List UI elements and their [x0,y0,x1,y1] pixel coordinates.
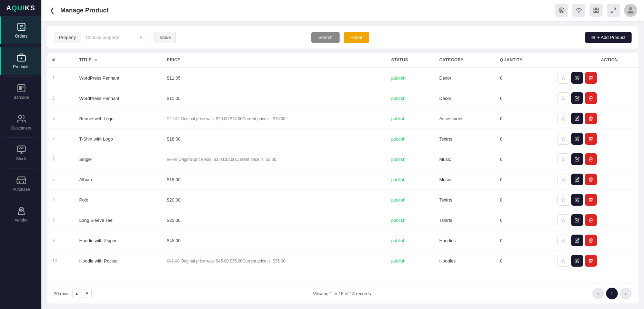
cell-status: publish [386,251,434,271]
page-title: Manage Product [60,7,109,14]
cell-num: 6 [47,169,74,190]
edit-button[interactable] [571,92,583,104]
dropdown-chevron-icon: ▾ [140,35,142,40]
edit-icon [575,136,580,141]
cell-action: ☆ [552,88,638,109]
cell-category: Tshirts [434,129,494,149]
delete-button[interactable] [585,194,597,206]
sidebar-item-orders[interactable]: Orders [0,17,41,44]
delete-button[interactable] [585,235,597,246]
table-body: 1WordPress Pennant$11.05publishDecor0 ☆ [47,68,638,271]
sidebar-item-customers[interactable]: Customers [0,109,41,136]
search-button[interactable]: Search [311,32,339,43]
table-row: 1WordPress Pennant$11.05publishDecor0 ☆ [47,68,638,88]
svg-point-18 [23,182,23,183]
next-page-button[interactable]: › [620,288,632,299]
wifi-icon-button[interactable] [572,4,585,17]
cell-title: Polo [74,190,161,210]
add-icon: ⊞ [591,35,595,40]
sidebar-item-purchase[interactable]: Purchase [0,170,41,197]
star-button[interactable]: ☆ [557,153,569,165]
edit-button[interactable] [571,174,583,185]
delete-button[interactable] [585,153,597,165]
edit-button[interactable] [571,133,583,145]
edit-button[interactable] [571,153,583,165]
sidebar-item-vendor[interactable]: Vendor [0,200,41,228]
cell-price: $20.00 [161,190,386,210]
star-button[interactable]: ☆ [557,133,569,145]
page-1-button[interactable]: 1 [606,288,618,299]
cell-quantity: 0 [494,210,552,230]
star-button[interactable]: ☆ [557,235,569,246]
delete-button[interactable] [585,133,597,145]
sidebar-item-stock[interactable]: Stock [0,139,41,167]
reset-button[interactable]: Reset [344,32,369,43]
edit-icon [575,116,580,121]
sidebar-item-barcode[interactable]: Barcode [0,78,41,105]
star-button[interactable]: ☆ [557,194,569,206]
cell-price: $25.00 [161,210,386,230]
cell-quantity: 0 [494,190,552,210]
target-icon-button[interactable] [555,4,568,17]
barcode-icon [17,83,26,93]
delete-button[interactable] [585,214,597,226]
property-dropdown[interactable]: Choose property ▾ [81,32,150,43]
edit-icon [575,157,580,162]
edit-button[interactable] [571,72,583,84]
sidebar-item-customers-label: Customers [11,126,31,131]
cell-price: $18.00 [161,129,386,149]
star-button[interactable]: ☆ [557,214,569,226]
delete-icon [588,157,593,162]
svg-rect-7 [18,85,25,92]
add-product-button[interactable]: ⊞ + Add Product [585,32,632,43]
collapse-sidebar-button[interactable]: ❮ [48,5,56,16]
edit-button[interactable] [571,113,583,124]
svg-point-30 [629,7,632,10]
rows-down-button[interactable]: ▼ [83,289,92,298]
edit-button[interactable] [571,214,583,226]
edit-button[interactable] [571,235,583,246]
star-button[interactable]: ☆ [557,174,569,185]
col-price: PRICE [161,53,386,68]
cell-num: 10 [47,251,74,271]
orders-icon [17,22,26,32]
sort-icon: ⇅ [94,58,98,62]
star-button[interactable]: ☆ [557,72,569,84]
delete-button[interactable] [585,113,597,124]
cell-status: publish [386,68,434,88]
col-title[interactable]: TITLE ⇅ [74,53,161,68]
avatar[interactable] [624,4,637,17]
stock-icon [17,145,26,154]
prev-page-button[interactable]: ‹ [592,288,604,299]
delete-button[interactable] [585,92,597,104]
expand-icon [610,7,616,13]
delete-icon [588,197,593,202]
expand-icon-button[interactable] [607,4,620,17]
table-header-row: # TITLE ⇅ PRICE STATUS CATEGORY QUANTITY… [47,53,638,68]
delete-button[interactable] [585,174,597,185]
cell-title: Beanie with Logo [74,109,161,129]
rows-up-button[interactable]: ▲ [72,289,81,298]
sidebar-item-stock-label: Stock [16,156,26,161]
cell-status: publish [386,210,434,230]
delete-icon [588,258,593,263]
svg-point-23 [578,12,579,13]
table-row: 2WordPress Pennant$11.05publishDecor0 ☆ [47,88,638,109]
rows-arrows: ▲ ▼ [72,289,92,298]
delete-button[interactable] [585,72,597,84]
edit-button[interactable] [571,194,583,206]
svg-point-22 [561,10,562,11]
star-button[interactable]: ☆ [557,113,569,124]
star-button[interactable]: ☆ [557,92,569,104]
star-button[interactable]: ☆ [557,255,569,267]
table-row: 5Single$3.00 Original price was: $3.00.$… [47,149,638,169]
edit-icon [575,197,580,202]
value-input[interactable] [176,32,307,43]
sidebar-item-products[interactable]: Products [0,47,41,75]
grid-icon-button[interactable] [590,4,603,17]
edit-button[interactable] [571,255,583,267]
cell-price: $3.00 Original price was: $3.00.$2.00Cur… [161,149,386,169]
delete-icon [588,238,593,243]
delete-button[interactable] [585,255,597,267]
cell-status: publish [386,230,434,251]
